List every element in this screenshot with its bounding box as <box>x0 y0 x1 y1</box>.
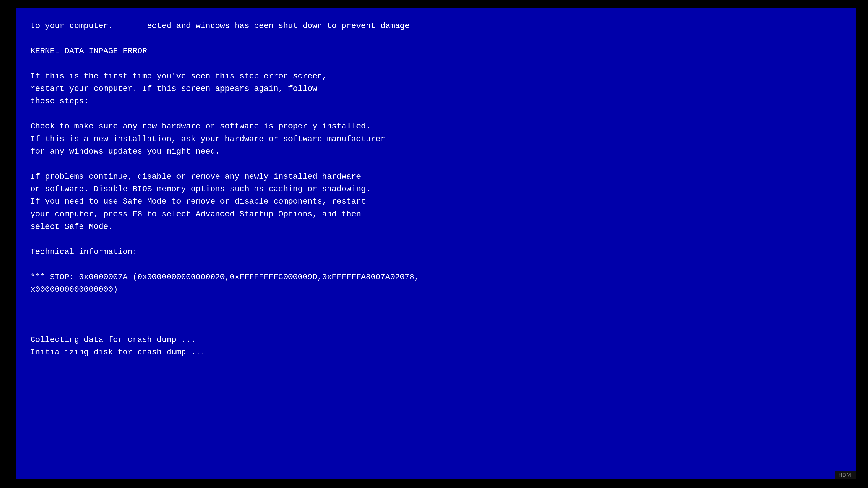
bsod-screen: to your computer. ected and windows has … <box>16 8 857 479</box>
hdmi-label: HDMI <box>835 471 857 479</box>
bsod-content: to your computer. ected and windows has … <box>30 20 842 359</box>
